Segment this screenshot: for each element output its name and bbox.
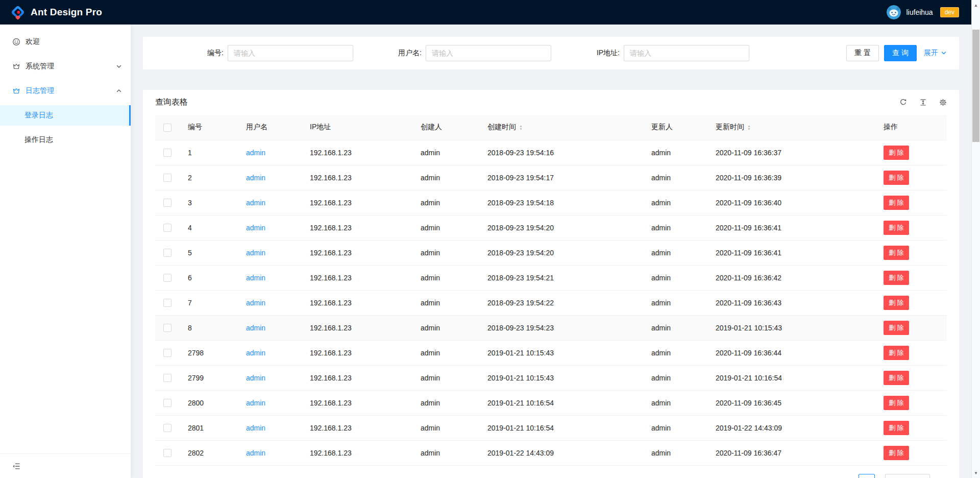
- row-checkbox[interactable]: [163, 149, 172, 157]
- user-name[interactable]: liufeihua: [906, 8, 933, 16]
- table-row: 2800admin192.168.1.23admin2019-01-21 10:…: [155, 390, 947, 415]
- delete-button[interactable]: 删 除: [884, 196, 909, 210]
- delete-button[interactable]: 删 除: [884, 371, 909, 385]
- sidebar-collapse-trigger[interactable]: [0, 453, 131, 478]
- row-checkbox[interactable]: [163, 424, 172, 432]
- reset-button[interactable]: 重 置: [846, 45, 879, 61]
- table-row: 5admin192.168.1.23admin2018-09-23 19:54:…: [155, 240, 947, 265]
- gear-icon: [939, 99, 947, 106]
- row-checkbox[interactable]: [163, 299, 172, 307]
- sidebar-menu: 欢迎 系统管理 日志管理: [0, 25, 131, 453]
- scrollbar-down-arrow[interactable]: ▼: [972, 469, 980, 477]
- cell-id: 2798: [180, 340, 238, 365]
- username-link[interactable]: admin: [246, 149, 265, 157]
- username-link[interactable]: admin: [246, 324, 265, 332]
- row-checkbox[interactable]: [163, 199, 172, 207]
- cell-creator: admin: [412, 390, 479, 415]
- delete-button[interactable]: 删 除: [884, 171, 909, 185]
- cell-created-time: 2019-01-21 10:15:43: [479, 365, 643, 390]
- username-link[interactable]: admin: [246, 274, 265, 282]
- username-link[interactable]: admin: [246, 299, 265, 307]
- username-link[interactable]: admin: [246, 374, 265, 382]
- cell-ip: 192.168.1.23: [302, 390, 412, 415]
- username-field[interactable]: [426, 45, 551, 61]
- username-link[interactable]: admin: [246, 399, 265, 407]
- sidebar-item-operation-log[interactable]: 操作日志: [0, 130, 131, 150]
- table-body: 1admin192.168.1.23admin2018-09-23 19:54:…: [155, 140, 947, 465]
- username-link[interactable]: admin: [246, 174, 265, 182]
- delete-button[interactable]: 删 除: [884, 421, 909, 435]
- cell-username: admin: [238, 265, 302, 290]
- username-link[interactable]: admin: [246, 199, 265, 207]
- sidebar-item-log-management[interactable]: 日志管理: [0, 81, 131, 101]
- sidebar-item-label: 欢迎: [26, 37, 40, 46]
- crown-icon: [12, 62, 20, 70]
- pagination-size-select[interactable]: [885, 474, 930, 478]
- user-avatar[interactable]: [887, 5, 901, 19]
- cell-action: 删 除: [875, 140, 947, 165]
- row-checkbox[interactable]: [163, 399, 172, 407]
- cell-created-time: 2019-01-22 14:43:09: [479, 440, 643, 465]
- scrollbar-thumb[interactable]: [972, 30, 979, 142]
- cell-ip: 192.168.1.23: [302, 140, 412, 165]
- cell-username: admin: [238, 315, 302, 340]
- expand-link[interactable]: 展开: [924, 49, 947, 58]
- cell-updater: admin: [643, 190, 707, 215]
- reload-button[interactable]: [899, 99, 907, 106]
- ip-field[interactable]: [624, 45, 749, 61]
- delete-button[interactable]: 删 除: [884, 346, 909, 360]
- query-button[interactable]: 查 询: [884, 45, 917, 61]
- env-tag: dev: [940, 7, 959, 17]
- row-checkbox[interactable]: [163, 174, 172, 182]
- column-header-updater: 更新人: [643, 115, 707, 140]
- delete-button[interactable]: 删 除: [884, 296, 909, 310]
- sidebar-item-label: 日志管理: [26, 86, 54, 95]
- sidebar-item-system-management[interactable]: 系统管理: [0, 56, 131, 77]
- id-field[interactable]: [228, 45, 353, 61]
- delete-button[interactable]: 删 除: [884, 271, 909, 285]
- pagination-active-page[interactable]: [859, 474, 875, 478]
- sidebar-item-login-log[interactable]: 登录日志: [0, 105, 131, 126]
- delete-button[interactable]: 删 除: [884, 446, 909, 460]
- username-link[interactable]: admin: [246, 349, 265, 357]
- table-row: 6admin192.168.1.23admin2018-09-23 19:54:…: [155, 265, 947, 290]
- column-settings-button[interactable]: [939, 99, 947, 106]
- username-link[interactable]: admin: [246, 249, 265, 257]
- username-link[interactable]: admin: [246, 424, 265, 432]
- row-checkbox[interactable]: [163, 224, 172, 232]
- select-all-checkbox[interactable]: [163, 124, 172, 132]
- cell-ip: 192.168.1.23: [302, 415, 412, 440]
- column-header-updated-time[interactable]: 更新时间▲▼: [707, 115, 875, 140]
- delete-button[interactable]: 删 除: [884, 321, 909, 335]
- row-checkbox[interactable]: [163, 274, 172, 282]
- row-checkbox[interactable]: [163, 374, 172, 382]
- table-row: 7admin192.168.1.23admin2018-09-23 19:54:…: [155, 290, 947, 315]
- row-checkbox[interactable]: [163, 449, 172, 457]
- scrollbar-up-arrow[interactable]: ▲: [972, 1, 980, 9]
- cell-created-time: 2019-01-21 10:15:43: [479, 340, 643, 365]
- row-checkbox[interactable]: [163, 249, 172, 257]
- cell-created-time: 2018-09-23 19:54:20: [479, 240, 643, 265]
- username-link[interactable]: admin: [246, 224, 265, 232]
- sidebar-item-label: 操作日志: [24, 135, 53, 145]
- form-actions: 重 置 查 询 展开: [846, 45, 947, 61]
- cell-updated-time: 2020-11-09 16:36:39: [707, 165, 875, 190]
- delete-button[interactable]: 删 除: [884, 146, 909, 160]
- row-checkbox[interactable]: [163, 324, 172, 332]
- density-button[interactable]: [919, 99, 927, 106]
- logo[interactable]: Ant Design Pro: [10, 5, 102, 20]
- cell-updated-time: 2020-11-09 16:36:41: [707, 240, 875, 265]
- column-header-created-time[interactable]: 创建时间▲▼: [479, 115, 643, 140]
- cell-created-time: 2018-09-23 19:54:22: [479, 290, 643, 315]
- cell-updater: admin: [643, 265, 707, 290]
- delete-button[interactable]: 删 除: [884, 396, 909, 410]
- delete-button[interactable]: 删 除: [884, 221, 909, 235]
- username-field-label: 用户名:: [353, 49, 426, 58]
- sidebar-item-welcome[interactable]: 欢迎: [0, 32, 131, 52]
- username-link[interactable]: admin: [246, 449, 265, 457]
- delete-button[interactable]: 删 除: [884, 246, 909, 260]
- reload-icon: [899, 99, 907, 106]
- page-scrollbar[interactable]: ▲ ▼: [971, 0, 980, 478]
- row-checkbox[interactable]: [163, 349, 172, 357]
- cell-created-time: 2018-09-23 19:54:16: [479, 140, 643, 165]
